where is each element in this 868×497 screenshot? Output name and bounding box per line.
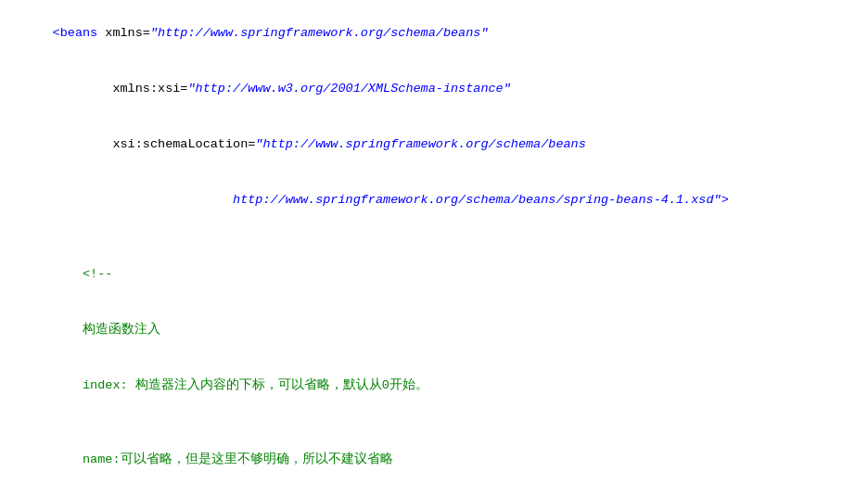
code-line-4: http://www.springframework.org/schema/be… [0,172,868,228]
code-line-6: <!-- [0,247,868,302]
code-line-3: xsi:schemaLocation="http://www.springfra… [0,117,868,172]
tag-beans-open: <beans [53,26,98,40]
code-line-8: index: 构造器注入内容的下标，可以省略，默认从0开始。 [0,358,868,414]
code-line-1: <beans xmlns="http://www.springframework… [0,6,868,61]
code-line-10: name:可以省略，但是这里不够明确，所以不建议省略 [0,432,868,488]
code-line-7: 构造函数注入 [0,302,868,358]
code-line-2: xmlns:xsi="http://www.w3.org/2001/XMLSch… [0,61,868,117]
code-line-5 [0,228,868,247]
code-line-9 [0,414,868,432]
code-line-11: ref:表示引用对象 引用地址 [0,488,868,497]
code-editor: <beans xmlns="http://www.springframework… [0,0,868,497]
